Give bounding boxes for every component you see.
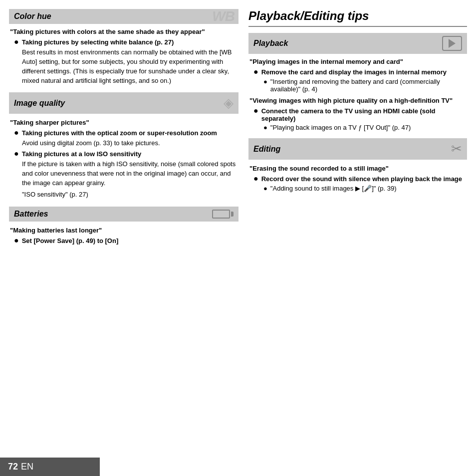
wb-badge: WB [212,8,235,24]
play-triangle [449,39,456,48]
left-column: Color hue WB "Taking pictures with color… [9,9,238,476]
playback-quote2: "Viewing images with high picture qualit… [249,97,466,104]
bullet-dot-5: ● [253,67,258,76]
bullet-dot-1: ● [14,37,19,46]
playback-header: Playback [248,33,467,54]
editing-bullet1-text: Record over the sound with silence when … [261,175,462,183]
image-quality-content: "Taking sharper pictures" ● Taking pictu… [9,119,238,199]
batteries-title: Batteries [14,210,48,219]
scissors-icon: ✂ [451,141,462,157]
bullet-dot-3: ● [14,149,19,158]
color-hue-bullet1-body: Best results in most environments can no… [10,48,238,85]
right-column: Playback/Editing tips Playback "Playing … [248,9,467,476]
bullet-dot-6: ● [253,106,258,115]
main-title: Playback/Editing tips [248,9,467,27]
batteries-quote: "Making batteries last longer" [10,227,238,234]
playback-sub-bullet2: ● "Playing back images on a TV ƒ [TV Out… [249,124,466,131]
page-footer: 72 EN [0,458,100,476]
playback-title: Playback [253,39,288,48]
image-quality-header: Image quality ◈ [9,92,238,114]
batteries-content: "Making batteries last longer" ● Set [Po… [9,227,238,245]
editing-content: "Erasing the sound recorded to a still i… [248,165,467,192]
sub-dot-3: ● [263,185,267,192]
page-container: Color hue WB "Taking pictures with color… [0,0,476,476]
editing-sub-bullet1: ● "Adding sound to still images ▶ [🎤]" (… [249,185,466,192]
image-quality-bullet2: ● Taking pictures at a low ISO sensitivi… [10,150,238,158]
color-hue-bullet1-text: Taking pictures by selecting white balan… [22,38,174,46]
image-quality-bullet2-body1: If the picture is taken with a high ISO … [10,160,238,188]
image-quality-title: Image quality [14,99,65,108]
color-hue-bullet1: ● Taking pictures by selecting white bal… [10,38,238,46]
bullet-dot-7: ● [253,174,258,183]
playback-sub-bullet2-text: "Playing back images on a TV ƒ [TV Out]"… [270,124,411,131]
playback-icon [442,36,462,51]
sub-dot-2: ● [263,124,267,131]
editing-quote1: "Erasing the sound recorded to a still i… [249,165,466,172]
playback-bullet1: ● Remove the card and display the images… [249,68,466,76]
color-hue-header: Color hue WB [9,9,238,24]
camera-icon: ◈ [224,95,234,111]
image-quality-quote: "Taking sharper pictures" [10,119,238,126]
editing-header: Editing ✂ [248,138,467,160]
sub-dot-1: ● [263,78,267,85]
image-quality-bullet2-body2: "ISO sensitivity" (p. 27) [10,190,238,200]
editing-sub-bullet1-text: "Adding sound to still images ▶ [🎤]" (p.… [270,185,397,192]
page-lang: EN [21,462,33,472]
editing-title: Editing [253,145,280,154]
color-hue-quote: "Taking pictures with colors at the same… [10,28,238,35]
playback-bullet2: ● Connect the camera to the TV using an … [249,107,466,122]
image-quality-bullet1-text: Taking pictures with the optical zoom or… [22,129,217,137]
color-hue-content: "Taking pictures with colors at the same… [9,28,238,85]
image-quality-bullet2-text: Taking pictures at a low ISO sensitivity [22,150,142,158]
bullet-dot-2: ● [14,128,19,137]
playback-sub-bullet1: ● "Inserting and removing the battery an… [249,78,466,93]
playback-bullet2-text: Connect the camera to the TV using an HD… [261,107,466,122]
battery-body [212,210,230,219]
editing-bullet1: ● Record over the sound with silence whe… [249,175,466,183]
batteries-header: Batteries [9,207,238,222]
image-quality-bullet1: ● Taking pictures with the optical zoom … [10,129,238,137]
playback-sub-bullet1-text: "Inserting and removing the battery and … [270,78,466,93]
playback-bullet1-text: Remove the card and display the images i… [261,68,447,76]
battery-icon [212,210,234,219]
batteries-bullet1-text: Set [Power Save] (p. 49) to [On] [22,237,119,244]
playback-quote1: "Playing images in the internal memory a… [249,58,466,65]
battery-tip [231,212,234,217]
page-number: 72 [8,462,18,472]
color-hue-title: Color hue [14,12,51,21]
playback-content: "Playing images in the internal memory a… [248,58,467,131]
bullet-dot-4: ● [14,236,19,245]
batteries-bullet1: ● Set [Power Save] (p. 49) to [On] [10,237,238,245]
image-quality-bullet1-body: Avoid using digital zoom (p. 33) to take… [10,139,238,148]
